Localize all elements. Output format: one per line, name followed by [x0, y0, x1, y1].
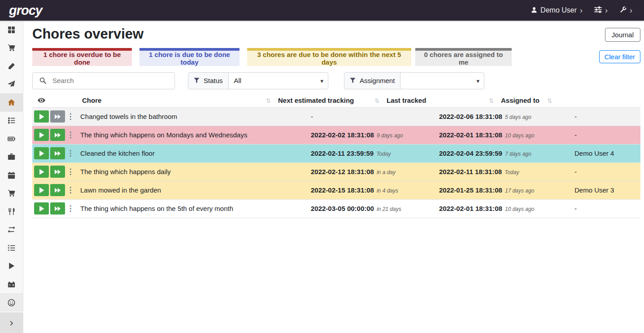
- last-tracked-date: 2022-02-01 18:31:08: [439, 131, 502, 139]
- assigned-to-value: -: [573, 131, 640, 139]
- list-icon: [8, 244, 15, 252]
- sidebar-item-meal-plan[interactable]: [0, 75, 23, 94]
- shopping-cart-icon: [8, 44, 15, 52]
- sidebar-item-user-settings[interactable]: [0, 294, 23, 312]
- table-header: Chore Next estimated tracking Last track…: [32, 94, 640, 108]
- play-icon: [39, 187, 44, 193]
- play-icon: [39, 169, 44, 175]
- row-menu-button[interactable]: [66, 149, 74, 157]
- row-menu-button[interactable]: [66, 186, 74, 194]
- status-filter: Status All: [188, 72, 328, 89]
- chore-name: The thing which happens on the 5th of ev…: [78, 205, 309, 212]
- chevron-right-icon: [10, 317, 13, 328]
- table-row: The thing which happens on Mondays and W…: [32, 126, 640, 145]
- assigned-to-value: -: [573, 205, 640, 212]
- exchange-icon: [8, 226, 15, 233]
- row-menu-button[interactable]: [66, 205, 74, 212]
- status-filter-label: Status: [188, 73, 229, 89]
- page-title: Chores overview: [32, 26, 144, 42]
- next-tracking-relative: Today: [376, 151, 391, 157]
- clear-filter-button[interactable]: Clear filter: [599, 50, 640, 63]
- sort-icon: [547, 96, 552, 104]
- chevron-right-icon: [605, 6, 608, 14]
- sidebar: [0, 21, 23, 333]
- skip-chore-button[interactable]: [50, 184, 65, 196]
- column-header-chore[interactable]: Chore: [78, 96, 274, 104]
- banner-assigned-to-me[interactable]: 0 chores are assigned to me: [415, 48, 512, 66]
- assignment-filter: Assignment: [344, 72, 484, 89]
- next-tracking-date: 2022-02-15 18:31:08: [311, 186, 374, 194]
- status-select[interactable]: All: [229, 73, 328, 89]
- sidebar-item-shopping-list[interactable]: [0, 39, 23, 57]
- table-row: The thing which happens on the 5th of ev…: [32, 200, 640, 218]
- row-menu-button[interactable]: [66, 113, 74, 120]
- toggle-columns-button[interactable]: [32, 98, 78, 103]
- sidebar-item-purchase[interactable]: [0, 184, 23, 203]
- column-header-assigned-to[interactable]: Assigned to: [497, 96, 556, 104]
- house-icon: [8, 99, 15, 106]
- track-chore-button[interactable]: [34, 202, 49, 215]
- sidebar-item-transfer[interactable]: [0, 221, 23, 239]
- search-box: [32, 72, 175, 89]
- sidebar-item-chores-overview[interactable]: [0, 93, 23, 112]
- assignment-select[interactable]: [400, 73, 484, 89]
- banner-overdue[interactable]: 1 chore is overdue to be done: [32, 48, 132, 66]
- chore-name: Lawn mowed in the garden: [78, 186, 309, 194]
- table-row: Cleaned the kitchen floor 2022-02-11 23:…: [32, 145, 640, 163]
- sidebar-item-consume[interactable]: [0, 202, 23, 221]
- skip-chore-button[interactable]: [50, 166, 65, 178]
- skip-chore-button[interactable]: [50, 110, 65, 123]
- column-header-next-estimated-tracking[interactable]: Next estimated tracking: [274, 96, 383, 104]
- last-tracked-date: 2022-02-11 18:31:08: [439, 168, 502, 175]
- banner-due-today[interactable]: 1 chore is due to be done today: [139, 48, 239, 66]
- last-tracked-relative: 5 days ago: [505, 114, 531, 120]
- sidebar-item-recipes[interactable]: [0, 57, 23, 75]
- main-content: Chores overview Journal 1 chore is overd…: [23, 21, 644, 333]
- track-chore-button[interactable]: [34, 166, 49, 178]
- search-icon: [33, 77, 52, 84]
- row-menu-button[interactable]: [66, 131, 74, 139]
- next-tracking-relative: in 4 days: [377, 188, 398, 194]
- filter-icon: [350, 78, 356, 83]
- sidebar-item-batteries-overview[interactable]: [0, 130, 23, 148]
- track-chore-button[interactable]: [34, 147, 49, 159]
- app-logo[interactable]: grocy: [9, 3, 42, 18]
- next-tracking-relative: in a day: [377, 169, 396, 175]
- status-select-value: All: [234, 77, 242, 84]
- table-row: The thing which happens daily 2022-02-12…: [32, 163, 640, 181]
- assignment-filter-label: Assignment: [344, 73, 400, 89]
- row-menu-button[interactable]: [66, 168, 74, 175]
- admin-tools-menu[interactable]: [619, 6, 632, 15]
- chevron-down-icon: [320, 77, 323, 84]
- sidebar-item-tasks[interactable]: [0, 112, 23, 130]
- skip-chore-button[interactable]: [50, 202, 65, 215]
- assigned-to-value: -: [573, 113, 640, 120]
- track-chore-button[interactable]: [34, 184, 49, 196]
- skip-chore-button[interactable]: [50, 129, 65, 141]
- skip-chore-button[interactable]: [50, 147, 65, 159]
- last-tracked-date: 2022-02-04 23:59:59: [439, 149, 502, 157]
- sidebar-item-calendar[interactable]: [0, 166, 23, 184]
- sidebar-item-inventory[interactable]: [0, 239, 23, 257]
- track-chore-button[interactable]: [34, 129, 49, 141]
- pen-icon: [8, 62, 15, 70]
- journal-button[interactable]: Journal: [605, 28, 640, 42]
- banner-due-soon[interactable]: 3 chores are due to be done within the n…: [247, 48, 411, 66]
- sidebar-item-chore-tracking[interactable]: [0, 257, 23, 276]
- sidebar-item-battery-tracking[interactable]: [0, 275, 23, 294]
- sidebar-expand-button[interactable]: [0, 312, 23, 333]
- next-tracking-date: 2022-02-02 18:31:08: [311, 131, 374, 139]
- last-tracked-date: 2022-01-25 18:31:08: [439, 186, 502, 194]
- settings-menu[interactable]: [594, 6, 608, 14]
- track-chore-button[interactable]: [34, 110, 49, 123]
- fast-forward-icon: [54, 132, 61, 138]
- user-menu[interactable]: Demo User: [531, 6, 583, 14]
- sidebar-item-equipment[interactable]: [0, 148, 23, 166]
- sidebar-item-stock-overview[interactable]: [0, 21, 23, 39]
- play-icon: [39, 206, 44, 212]
- user-name: Demo User: [540, 6, 577, 14]
- search-input[interactable]: [52, 77, 174, 84]
- checklist-icon: [8, 117, 15, 124]
- chore-name: Changed towels in the bathroom: [78, 113, 309, 120]
- column-header-last-tracked[interactable]: Last tracked: [383, 96, 497, 104]
